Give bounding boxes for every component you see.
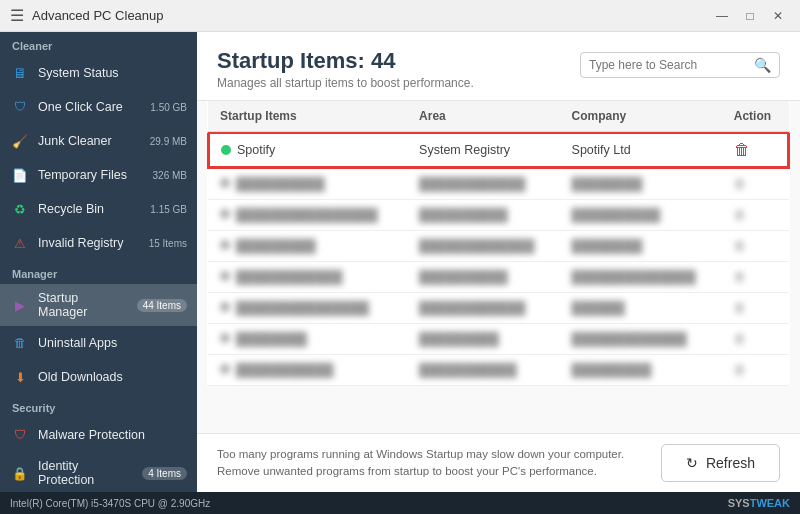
blurred-company: ████████	[560, 168, 722, 200]
table-row: ███████████████ ████████████ ██████ 🗑	[208, 293, 789, 324]
sidebar-item-label: Startup Manager	[38, 291, 129, 319]
title-bar: ☰ Advanced PC Cleanup — □ ✕	[0, 0, 800, 32]
brand-sys: SYS	[728, 497, 750, 509]
title-bar-left: ☰ Advanced PC Cleanup	[10, 6, 164, 25]
content-header-left: Startup Items: 44 Manages all startup it…	[217, 48, 474, 90]
sidebar-item-uninstall-apps[interactable]: 🗑 Uninstall Apps	[0, 326, 197, 360]
item-badge: 44 Items	[137, 299, 187, 312]
blurred-area: ██████████	[407, 200, 559, 231]
status-dot-grey	[220, 240, 230, 250]
table-header-row: Startup Items Area Company Action	[208, 101, 789, 132]
main-layout: Cleaner 🖥 System Status 🛡 One Click Care…	[0, 32, 800, 492]
table-header: Startup Items Area Company Action	[208, 101, 789, 132]
blurred-name: ████████████	[208, 262, 407, 293]
sidebar-item-junk-cleaner[interactable]: 🧹 Junk Cleaner 29.9 MB	[0, 124, 197, 158]
status-dot-green	[221, 145, 231, 155]
sidebar-item-startup-manager[interactable]: ▶ Startup Manager 44 Items	[0, 284, 197, 326]
startup-icon: ▶	[10, 295, 30, 315]
sidebar-item-malware-protection[interactable]: 🛡 Malware Protection	[0, 418, 197, 452]
registry-icon: ⚠	[10, 233, 30, 253]
table-container[interactable]: Startup Items Area Company Action Spotif…	[197, 101, 800, 433]
table-row: █████████ █████████████ ████████ 🗑	[208, 231, 789, 262]
cleaner-section-label: Cleaner	[0, 32, 197, 56]
refresh-label: Refresh	[706, 455, 755, 471]
brand-logo: SYSTWEAK	[728, 497, 790, 509]
malware-icon: 🛡	[10, 425, 30, 445]
sidebar-item-label: Identity Protection	[38, 459, 134, 487]
col-action: Action	[722, 101, 789, 132]
blurred-name: █████████	[208, 231, 407, 262]
sidebar-item-label: Temporary Files	[38, 168, 145, 182]
sidebar-item-label: Old Downloads	[38, 370, 187, 384]
blurred-name: ██████████	[208, 168, 407, 200]
sidebar-item-old-downloads[interactable]: ⬇ Old Downloads	[0, 360, 197, 394]
close-button[interactable]: ✕	[766, 4, 790, 28]
sidebar-item-label: Junk Cleaner	[38, 134, 142, 148]
startup-item-name: Spotify	[208, 132, 407, 168]
maximize-button[interactable]: □	[738, 4, 762, 28]
table-row-spotify: Spotify System Registry Spotify Ltd 🗑	[208, 132, 789, 168]
minimize-button[interactable]: —	[710, 4, 734, 28]
item-size: 15 Items	[149, 238, 187, 249]
blurred-company: █████████████	[560, 324, 722, 355]
startup-item-area: System Registry	[407, 132, 559, 168]
cpu-info: Intel(R) Core(TM) i5-3470S CPU @ 2.90GHz	[10, 498, 210, 509]
blurred-company: ████████	[560, 231, 722, 262]
sidebar-item-system-status[interactable]: 🖥 System Status	[0, 56, 197, 90]
manager-section-label: Manager	[0, 260, 197, 284]
shield-icon: 🛡	[10, 97, 30, 117]
blurred-action: 🗑	[722, 293, 789, 324]
blurred-area: ████████████	[407, 293, 559, 324]
recycle-icon: ♻	[10, 199, 30, 219]
search-input[interactable]	[589, 58, 748, 72]
search-icon[interactable]: 🔍	[754, 57, 771, 73]
blurred-name: ███████████████	[208, 293, 407, 324]
sidebar-item-identity-protection[interactable]: 🔒 Identity Protection 4 Items	[0, 452, 197, 492]
blurred-action: 🗑	[722, 200, 789, 231]
item-name-text: Spotify	[237, 143, 275, 157]
col-company: Company	[560, 101, 722, 132]
sidebar-item-recycle-bin[interactable]: ♻ Recycle Bin 1.15 GB	[0, 192, 197, 226]
sidebar-item-label: Uninstall Apps	[38, 336, 187, 350]
status-dot-grey	[220, 333, 230, 343]
delete-icon[interactable]: 🗑	[734, 141, 750, 158]
col-area: Area	[407, 101, 559, 132]
blurred-action: 🗑	[722, 324, 789, 355]
blurred-action: 🗑	[722, 168, 789, 200]
blurred-area: ████████████	[407, 168, 559, 200]
footer-text: Too many programs running at Windows Sta…	[217, 446, 637, 481]
blurred-action: 🗑	[722, 231, 789, 262]
page-subtitle: Manages all startup items to boost perfo…	[217, 76, 474, 90]
sidebar-item-temporary-files[interactable]: 📄 Temporary Files 326 MB	[0, 158, 197, 192]
item-size: 29.9 MB	[150, 136, 187, 147]
sidebar: Cleaner 🖥 System Status 🛡 One Click Care…	[0, 32, 197, 492]
sidebar-item-label: System Status	[38, 66, 187, 80]
search-box[interactable]: 🔍	[580, 52, 780, 78]
table-row: ████████ █████████ █████████████ 🗑	[208, 324, 789, 355]
blurred-company: ██████████	[560, 200, 722, 231]
status-dot-grey	[220, 302, 230, 312]
sidebar-item-one-click-care[interactable]: 🛡 One Click Care 1.50 GB	[0, 90, 197, 124]
sidebar-item-label: Invalid Registry	[38, 236, 141, 250]
hamburger-icon[interactable]: ☰	[10, 6, 24, 25]
status-dot-grey	[220, 271, 230, 281]
startup-table: Startup Items Area Company Action Spotif…	[207, 101, 790, 386]
security-section-label: Security	[0, 394, 197, 418]
identity-icon: 🔒	[10, 463, 30, 483]
blurred-area: ██████████	[407, 262, 559, 293]
app-bottom-bar: Intel(R) Core(TM) i5-3470S CPU @ 2.90GHz…	[0, 492, 800, 514]
startup-item-action[interactable]: 🗑	[722, 132, 789, 168]
table-row: ███████████ ███████████ █████████ 🗑	[208, 355, 789, 386]
blurred-company: ██████████████	[560, 262, 722, 293]
table-row: ████████████████ ██████████ ██████████ 🗑	[208, 200, 789, 231]
status-dot-grey	[220, 178, 230, 188]
sidebar-item-invalid-registry[interactable]: ⚠ Invalid Registry 15 Items	[0, 226, 197, 260]
page-title: Startup Items: 44	[217, 48, 474, 74]
blurred-action: 🗑	[722, 262, 789, 293]
refresh-button[interactable]: ↻ Refresh	[661, 444, 780, 482]
sidebar-item-label: One Click Care	[38, 100, 142, 114]
blurred-action: 🗑	[722, 355, 789, 386]
status-dot-grey	[220, 364, 230, 374]
blurred-area: ███████████	[407, 355, 559, 386]
blurred-area: █████████	[407, 324, 559, 355]
